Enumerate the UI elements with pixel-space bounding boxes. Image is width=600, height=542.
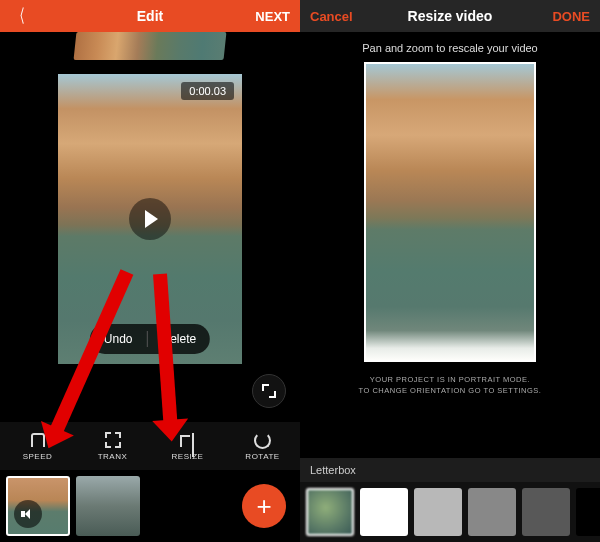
timeline-clip-thumb xyxy=(74,32,227,60)
tool-label: SPEED xyxy=(23,452,53,461)
resize-header: Cancel Resize video DONE xyxy=(300,0,600,32)
plus-icon: + xyxy=(256,491,271,522)
preview-area: 0:00.03 Undo Delete xyxy=(0,62,300,422)
rotate-icon xyxy=(254,431,271,449)
video-preview[interactable]: 0:00.03 Undo Delete xyxy=(58,74,242,364)
timestamp-badge: 0:00.03 xyxy=(181,82,234,100)
edit-title: Edit xyxy=(56,8,244,24)
fullscreen-button[interactable] xyxy=(252,374,286,408)
clip-tray: + xyxy=(0,470,300,542)
note-line: TO CHANGE ORIENTATION GO TO SETTINGS. xyxy=(359,385,542,396)
swatch-gray[interactable] xyxy=(468,488,516,536)
clip-audio-button[interactable] xyxy=(14,500,42,528)
letterbox-label: Letterbox xyxy=(300,458,600,482)
add-clip-button[interactable]: + xyxy=(242,484,286,528)
done-button[interactable]: DONE xyxy=(544,9,590,24)
letterbox-swatches xyxy=(300,482,600,542)
back-button[interactable]: 〈 xyxy=(10,4,56,28)
expand-icon xyxy=(262,384,276,398)
swatch-darkgray[interactable] xyxy=(522,488,570,536)
cancel-button[interactable]: Cancel xyxy=(310,9,356,24)
tool-label: TRANX xyxy=(98,452,128,461)
note-line: YOUR PROJECT IS IN PORTRAIT MODE. xyxy=(359,374,542,385)
tool-tranx[interactable]: TRANX xyxy=(85,431,141,461)
tool-label: RESIZE xyxy=(172,452,204,461)
chevron-left-icon: 〈 xyxy=(14,4,25,28)
edit-header: 〈 Edit NEXT xyxy=(0,0,300,32)
resize-screen: Cancel Resize video DONE Pan and zoom to… xyxy=(300,0,600,542)
play-icon xyxy=(145,210,158,228)
play-button[interactable] xyxy=(129,198,171,240)
swatch-lightgray[interactable] xyxy=(414,488,462,536)
swatch-white[interactable] xyxy=(360,488,408,536)
next-button[interactable]: NEXT xyxy=(244,9,290,24)
tranx-icon xyxy=(105,431,121,449)
swatch-black[interactable] xyxy=(576,488,600,536)
resize-title: Resize video xyxy=(356,8,544,24)
clip-thumb-2[interactable] xyxy=(76,476,140,536)
clip-thumb-1[interactable] xyxy=(6,476,70,536)
orientation-note: YOUR PROJECT IS IN PORTRAIT MODE. TO CHA… xyxy=(359,362,542,407)
resize-frame[interactable] xyxy=(364,62,536,362)
tool-rotate[interactable]: ROTATE xyxy=(235,431,291,461)
resize-subtitle: Pan and zoom to rescale your video xyxy=(300,32,600,62)
resize-canvas-area: YOUR PROJECT IS IN PORTRAIT MODE. TO CHA… xyxy=(300,62,600,458)
swatch-blur[interactable] xyxy=(306,488,354,536)
tool-label: ROTATE xyxy=(245,452,279,461)
volume-icon xyxy=(21,509,35,519)
timeline-strip[interactable] xyxy=(0,32,300,62)
edit-screen: 〈 Edit NEXT 0:00.03 Undo Delete SPEED xyxy=(0,0,300,542)
